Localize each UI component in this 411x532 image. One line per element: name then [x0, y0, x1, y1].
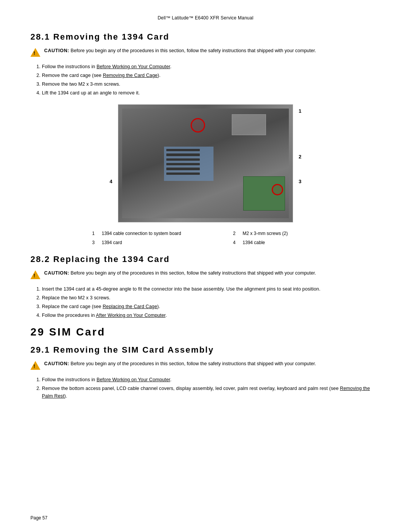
stripe-area [164, 147, 202, 177]
figure-label-row: 3 1394 card 4 1394 cable [92, 238, 319, 247]
figure-image-area: 1 2 3 4 [118, 104, 293, 222]
stripe [166, 173, 200, 175]
section-29-title: 29 SIM Card [30, 326, 381, 338]
label-text: M2 x 3-mm screws (2) [243, 229, 319, 238]
caution-label-29-1: CAUTION: [44, 361, 69, 366]
link-after-working[interactable]: After Working on Your Computer [96, 313, 166, 318]
label-num: 3 [92, 238, 101, 247]
caution-body-28-1: Before you begin any of the procedures i… [71, 48, 316, 53]
label-num: 4 [233, 238, 242, 247]
callout-3: 3 [299, 179, 301, 184]
callout-1: 1 [299, 108, 301, 114]
section-28-2-title: 28.2 Replacing the 1394 Card [30, 254, 381, 264]
link-replacing-card-cage[interactable]: Replacing the Card Cage [103, 304, 157, 309]
red-circle-top [191, 118, 205, 133]
step-item: Follow the instructions in Before Workin… [42, 376, 381, 383]
figure-label-table: 1 1394 cable connection to system board … [91, 228, 320, 248]
label-text: 1394 cable connection to system board [102, 229, 232, 238]
label-text: 1394 card [102, 238, 232, 247]
hardware-photo [118, 104, 293, 222]
document-header: Dell™ Latitude™ E6400 XFR Service Manual [30, 15, 381, 21]
page-footer: Page 57 [30, 515, 48, 521]
label-num: 2 [233, 229, 242, 238]
section-29-1-title: 29.1 Removing the SIM Card Assembly [30, 345, 381, 355]
caution-label-28-1: CAUTION: [44, 48, 69, 53]
link-before-working-29[interactable]: Before Working on Your Computer [97, 377, 170, 382]
red-circle-bottom [272, 184, 283, 195]
page-number: Page 57 [30, 515, 48, 521]
warning-icon-28-1 [30, 48, 40, 57]
caution-text-28-1: CAUTION: Before you begin any of the pro… [44, 47, 316, 54]
link-removing-card-cage[interactable]: Removing the Card Cage [103, 73, 158, 78]
label-num: 1 [92, 229, 101, 238]
caution-text-28-2: CAUTION: Before you begin any of the pro… [44, 270, 316, 277]
step-item: Replace the two M2 x 3 screws. [42, 294, 381, 302]
warning-icon-29-1 [30, 361, 40, 370]
link-removing-palm-rest[interactable]: Removing the Palm Rest [42, 386, 370, 399]
caution-text-29-1: CAUTION: Before you begin any of the pro… [44, 360, 316, 367]
step-item: Lift the 1394 card up at an angle to rem… [42, 89, 381, 97]
stripe [166, 149, 200, 151]
caution-box-28-2: CAUTION: Before you begin any of the pro… [30, 270, 381, 279]
figure-28-1: 1 2 3 4 [30, 104, 381, 222]
section-28-1-title: 28.1 Removing the 1394 Card [30, 32, 381, 42]
stripe [166, 168, 200, 170]
step-item: Follow the instructions in Before Workin… [42, 63, 381, 70]
caution-box-28-1: CAUTION: Before you begin any of the pro… [30, 47, 381, 57]
step-item: Insert the 1394 card at a 45-degree angl… [42, 285, 381, 293]
caution-body-29-1: Before you begin any of the procedures i… [71, 361, 316, 366]
link-before-working[interactable]: Before Working on Your Computer [97, 64, 170, 69]
step-item: Remove the card cage (see Removing the C… [42, 72, 381, 79]
step-item: Remove the bottom access panel, LCD cabl… [42, 385, 381, 400]
steps-list-29-1: Follow the instructions in Before Workin… [42, 376, 381, 400]
callout-2: 2 [299, 154, 301, 160]
doc-header-text: Dell™ Latitude™ E6400 XFR Service Manual [158, 15, 253, 21]
steps-list-28-1: Follow the instructions in Before Workin… [42, 63, 381, 97]
caution-box-29-1: CAUTION: Before you begin any of the pro… [30, 360, 381, 370]
caution-label-28-2: CAUTION: [44, 270, 69, 276]
component-1 [232, 114, 266, 135]
callout-4: 4 [110, 179, 112, 184]
step-item: Replace the card cage (see Replacing the… [42, 303, 381, 310]
caution-body-28-2: Before you begin any of the procedures i… [71, 270, 316, 276]
warning-icon-28-2 [30, 270, 40, 279]
stripe [166, 163, 200, 165]
label-text: 1394 cable [243, 238, 319, 247]
board-area [122, 109, 289, 218]
stripe [166, 153, 200, 156]
step-item: Remove the two M2 x 3-mm screws. [42, 80, 381, 88]
laptop-interior [118, 105, 293, 222]
step-item: Follow the procedures in After Working o… [42, 312, 381, 319]
page-content: Dell™ Latitude™ E6400 XFR Service Manual… [0, 0, 411, 532]
steps-list-28-2: Insert the 1394 card at a 45-degree angl… [42, 285, 381, 319]
stripe [166, 158, 200, 161]
figure-label-row: 1 1394 cable connection to system board … [92, 229, 319, 238]
